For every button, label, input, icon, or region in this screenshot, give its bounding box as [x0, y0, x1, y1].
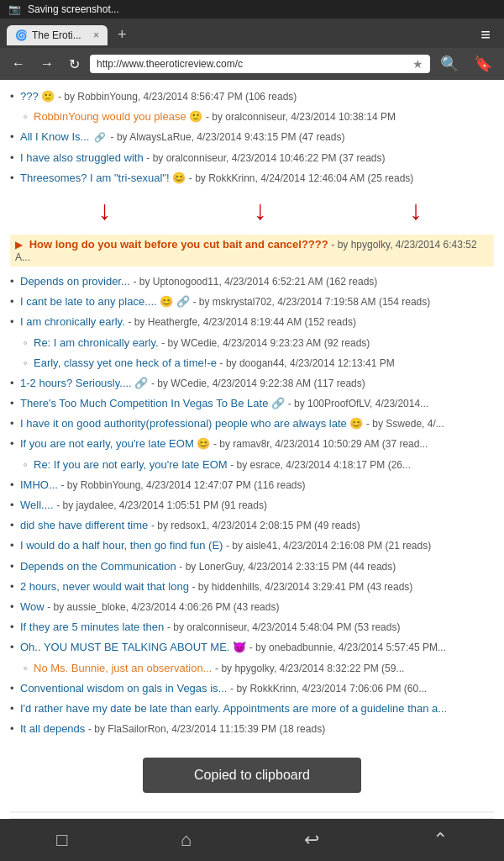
list-item: No Ms. Bunnie, just an observation... - … [10, 658, 494, 679]
list-item: I am chronically early. - by Heathergfe,… [10, 312, 494, 332]
list-item: Depends on provider... - by Uptonogood11… [10, 272, 494, 292]
thread-link[interactable]: I am chronically early. [20, 315, 125, 328]
list-item: Wow - by aussie_bloke, 4/23/2014 4:06:26… [10, 597, 494, 617]
thread-link[interactable]: I'd rather have my date be late than ear… [20, 702, 447, 715]
thread-link[interactable]: I have it on good authority(professional… [20, 417, 363, 430]
list-item: I have also struggled with - by oralconn… [10, 148, 494, 168]
star-icon: ★ [412, 57, 423, 71]
list-item: There's Too Much Competition In Vegas To… [10, 394, 494, 414]
list-item: Threesomes? I am "tri-sexual"! 😊 - by Ro… [10, 168, 494, 188]
list-item: Depends on the Communication - by LonerG… [10, 557, 494, 577]
thread-link[interactable]: No Ms. Bunnie, just an observation... [34, 662, 212, 674]
thread-link[interactable]: If you are not early, you're late EOM 😊 [20, 437, 210, 450]
list-item: RobbinYoung would you please 🙂 - by oral… [10, 107, 494, 127]
browser-menu-button[interactable]: ≡ [474, 22, 497, 48]
list-item: 2 hours, never would wait that long - by… [10, 577, 494, 597]
status-bar: 📷 Saving screenshot... [0, 0, 504, 18]
back-nav-button[interactable]: ↩ [294, 826, 329, 854]
list-item: 1-2 hours? Seriously.... 🔗 - by WCedie, … [10, 373, 494, 394]
thread-link[interactable]: I would do a half hour, then go find fun… [20, 539, 223, 552]
thread-link[interactable]: did she have different time [20, 519, 148, 531]
page-content: ??? 🙂 - by RobbinYoung, 4/23/2014 8:56:4… [0, 80, 504, 861]
thread-link[interactable]: If they are 5 minutes late then [20, 621, 164, 633]
list-item: Re: I am chronically early. - by WCedie,… [10, 333, 494, 353]
thread-link[interactable]: Wow [20, 600, 45, 613]
address-bar[interactable]: http://www.theeroticrеview.com/c ★ [90, 55, 430, 73]
bookmark-button[interactable]: 🔖 [469, 52, 497, 76]
thread-link[interactable]: Well.... [20, 499, 54, 511]
thread-link[interactable]: Re: If you are not early, you're late EO… [34, 458, 228, 471]
active-tab[interactable]: 🌀 The Eroti... × [7, 25, 108, 45]
list-item: ??? 🙂 - by RobbinYoung, 4/23/2014 8:56:4… [10, 87, 494, 107]
toast-notification: Copied to clipboard [143, 758, 361, 793]
list-item: If you are not early, you're late EOM 😊 … [10, 434, 494, 454]
thread-link[interactable]: I have also struggled with [20, 151, 144, 164]
arrow-icon-3: ↓ [409, 195, 423, 226]
thread-link[interactable]: Conventional wisdom on gals in Vegas is.… [20, 682, 227, 695]
arrow-icon-2: ↓ [254, 195, 267, 226]
toast-text: Copied to clipboard [194, 768, 310, 782]
tab-favicon: 🌀 [15, 29, 27, 41]
refresh-button[interactable]: ↻ [64, 54, 85, 75]
bottom-navigation: □ ⌂ ↩ ⌃ [0, 819, 504, 861]
replies-list: Depends on provider... - by Uptonogood11… [10, 272, 494, 739]
tab-bar: 🌀 The Eroti... × + ≡ [0, 18, 504, 48]
list-item: Early, classy yet one heck of a time!-e … [10, 353, 494, 373]
featured-thread-link[interactable]: How long do you wait before you cut bait… [29, 238, 328, 251]
featured-thread: ▶ How long do you wait before you cut ba… [10, 235, 494, 267]
tab-title: The Eroti... [32, 29, 88, 41]
section-divider [10, 811, 494, 813]
thread-link[interactable]: 1-2 hours? Seriously.... 🔗 [20, 377, 148, 389]
list-item: It all depends - by FlaSailorRon, 4/23/2… [10, 719, 494, 739]
thread-link[interactable]: I cant be late to any place.... 😊 🔗 [20, 295, 190, 308]
list-item: Re: If you are not early, you're late EO… [10, 455, 494, 475]
tab-close-button[interactable]: × [93, 29, 99, 41]
home-button[interactable]: ⌂ [171, 826, 202, 854]
list-item: I would do a half hour, then go find fun… [10, 536, 494, 556]
arrow-icon-1: ↓ [98, 195, 112, 226]
top-thread-list: ??? 🙂 - by RobbinYoung, 4/23/2014 8:56:4… [10, 87, 494, 188]
toast-container: Copied to clipboard [10, 749, 494, 801]
forward-button[interactable]: → [35, 54, 59, 74]
list-item: I cant be late to any place.... 😊 🔗 - by… [10, 292, 494, 312]
status-text: Saving screenshot... [28, 3, 119, 15]
thread-link[interactable]: Re: I am chronically early. [34, 336, 159, 349]
thread-link[interactable]: Oh.. YOU MUST BE TALKING ABOUT ME. 😈 [20, 641, 246, 653]
nav-bar: ← → ↻ http://www.theeroticrеview.com/c ★… [0, 48, 504, 80]
thread-link[interactable]: It all depends [20, 722, 85, 735]
list-item: I have it on good authority(professional… [10, 414, 494, 434]
list-item: If they are 5 minutes late then - by ora… [10, 617, 494, 637]
list-item: IMHO... - by RobbinYoung, 4/23/2014 12:4… [10, 475, 494, 495]
list-item: Well.... - by jaydalee, 4/23/2014 1:05:5… [10, 495, 494, 515]
url-text: http://www.theeroticrеview.com/c [97, 58, 407, 70]
recent-apps-button[interactable]: □ [46, 826, 77, 854]
list-item: did she have different time - by redsox1… [10, 515, 494, 536]
list-item: Oh.. YOU MUST BE TALKING ABOUT ME. 😈 - b… [10, 637, 494, 658]
thread-link[interactable]: There's Too Much Competition In Vegas To… [20, 397, 285, 409]
back-button[interactable]: ← [7, 54, 30, 74]
thread-link[interactable]: Depends on provider... [20, 275, 130, 288]
thread-link[interactable]: RobbinYoung would you please 🙂 [34, 110, 202, 123]
thread-link[interactable]: IMHO... [20, 478, 58, 491]
thread-link[interactable]: All I Know Is... 🔗 [20, 130, 108, 143]
list-item: I'd rather have my date be late than ear… [10, 699, 494, 719]
camera-icon: 📷 [8, 3, 21, 15]
thread-link[interactable]: Early, classy yet one heck of a time!-e [34, 357, 217, 369]
search-button[interactable]: 🔍 [435, 52, 464, 76]
triangle-icon: ▶ [15, 239, 23, 251]
up-button[interactable]: ⌃ [423, 826, 458, 854]
thread-link[interactable]: 2 hours, never would wait that long [20, 580, 189, 593]
browser-chrome: 🌀 The Eroti... × + ≡ ← → ↻ http://www.th… [0, 18, 504, 80]
list-item: Conventional wisdom on gals in Vegas is.… [10, 679, 494, 699]
thread-link[interactable]: ??? 🙂 [20, 90, 55, 103]
list-item: All I Know Is... 🔗 - by AlwaysLaRue, 4/2… [10, 127, 494, 147]
thread-link[interactable]: Threesomes? I am "tri-sexual"! 😊 [20, 172, 186, 184]
arrows-row: ↓ ↓ ↓ [27, 188, 494, 230]
new-tab-button[interactable]: + [111, 23, 134, 47]
thread-link[interactable]: Depends on the Communication [20, 560, 176, 573]
